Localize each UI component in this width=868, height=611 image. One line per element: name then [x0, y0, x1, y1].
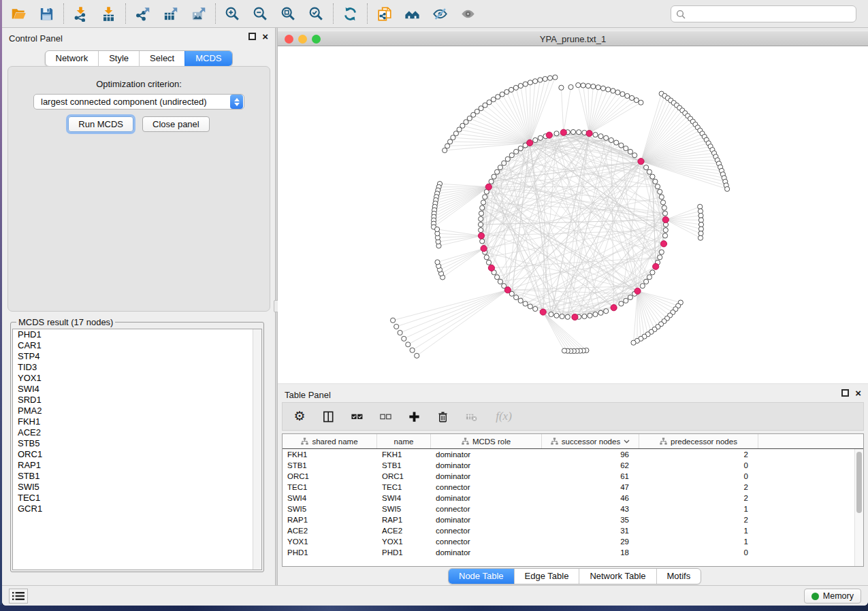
- column-header-predecessor-nodes[interactable]: predecessor nodes: [639, 434, 758, 448]
- cell-shared-name[interactable]: STB1: [283, 461, 377, 469]
- mcds-result-item[interactable]: FKH1: [13, 416, 261, 427]
- node-table-body[interactable]: FKH1FKH1dominator962STB1STB1dominator620…: [283, 449, 854, 566]
- cell-shared-name[interactable]: RAP1: [283, 516, 377, 524]
- memory-button[interactable]: Memory: [804, 589, 861, 604]
- cell-predecessor-nodes[interactable]: 2: [639, 450, 758, 459]
- tab-motifs[interactable]: Motifs: [656, 569, 701, 584]
- cell-shared-name[interactable]: YOX1: [283, 538, 377, 546]
- criterion-dropdown[interactable]: largest connected component (undirected): [33, 94, 244, 110]
- cell-successor-nodes[interactable]: 62: [542, 461, 639, 469]
- cell-name[interactable]: SWI5: [377, 505, 431, 513]
- mcds-result-item[interactable]: CAR1: [13, 340, 261, 351]
- mcds-result-item[interactable]: STP4: [13, 351, 261, 362]
- table-row[interactable]: TEC1TEC1connector472: [283, 482, 854, 493]
- cell-shared-name[interactable]: SWI5: [283, 505, 377, 513]
- table-scrollbar-thumb[interactable]: [856, 452, 862, 513]
- tab-node-table[interactable]: Node Table: [449, 569, 514, 584]
- cell-shared-name[interactable]: PHD1: [283, 548, 377, 557]
- cell-name[interactable]: ORC1: [377, 472, 431, 480]
- cell-MCDS-role[interactable]: dominator: [431, 450, 542, 459]
- column-header-successor-nodes[interactable]: successor nodes: [542, 434, 639, 448]
- cell-MCDS-role[interactable]: connector: [431, 483, 542, 491]
- cell-shared-name[interactable]: SWI4: [283, 494, 377, 502]
- export-table-button[interactable]: [157, 2, 184, 25]
- zoom-out-button[interactable]: [246, 2, 274, 25]
- cell-predecessor-nodes[interactable]: 0: [639, 548, 758, 557]
- import-table-button[interactable]: [95, 2, 123, 25]
- mcds-result-item[interactable]: STB5: [13, 438, 261, 449]
- network-canvas[interactable]: [278, 46, 868, 383]
- cell-predecessor-nodes[interactable]: 0: [639, 461, 758, 469]
- cell-predecessor-nodes[interactable]: 1: [639, 527, 758, 535]
- column-header-shared-name[interactable]: shared name: [283, 434, 377, 448]
- duplicate-network-button[interactable]: [370, 2, 398, 25]
- close-table-panel-button[interactable]: ×: [855, 389, 861, 397]
- cell-predecessor-nodes[interactable]: 2: [639, 516, 758, 524]
- mcds-list-scrollbar[interactable]: [253, 329, 261, 569]
- show-columns-button[interactable]: [321, 409, 336, 424]
- cell-name[interactable]: RAP1: [377, 516, 431, 524]
- table-settings-button[interactable]: ⚙: [292, 409, 307, 424]
- save-session-button[interactable]: [33, 2, 61, 25]
- cell-successor-nodes[interactable]: 35: [542, 516, 639, 524]
- cell-MCDS-role[interactable]: dominator: [431, 472, 542, 480]
- table-row[interactable]: RAP1RAP1dominator352: [283, 514, 854, 525]
- mcds-result-item[interactable]: RAP1: [13, 460, 261, 471]
- mcds-result-item[interactable]: ORC1: [13, 449, 261, 460]
- cell-MCDS-role[interactable]: dominator: [431, 548, 542, 557]
- cell-name[interactable]: PHD1: [377, 548, 431, 557]
- cell-successor-nodes[interactable]: 47: [542, 483, 639, 491]
- table-row[interactable]: SWI4SWI4dominator462: [283, 493, 854, 503]
- mcds-result-item[interactable]: YOX1: [13, 373, 261, 384]
- cell-shared-name[interactable]: FKH1: [283, 450, 377, 459]
- cell-predecessor-nodes[interactable]: 0: [639, 472, 758, 480]
- table-row[interactable]: ACE2ACE2connector311: [283, 525, 854, 536]
- mcds-result-list[interactable]: PHD1CAR1STP4TID3YOX1SWI4SRD1PMA2FKH1ACE2…: [12, 329, 262, 570]
- cell-MCDS-role[interactable]: dominator: [431, 494, 542, 502]
- cell-predecessor-nodes[interactable]: 1: [639, 538, 758, 546]
- table-row[interactable]: STB1STB1dominator620: [283, 460, 854, 471]
- run-mcds-button[interactable]: Run MCDS: [68, 116, 133, 132]
- float-panel-button[interactable]: [248, 33, 256, 40]
- zoom-selected-button[interactable]: [302, 2, 330, 25]
- cell-MCDS-role[interactable]: connector: [431, 527, 542, 535]
- refresh-network-button[interactable]: [336, 2, 364, 25]
- cell-name[interactable]: ACE2: [377, 527, 431, 535]
- tab-network[interactable]: Network: [45, 51, 98, 66]
- close-mcds-panel-button[interactable]: Close panel: [142, 116, 210, 132]
- cell-name[interactable]: STB1: [377, 461, 431, 469]
- tab-network-table[interactable]: Network Table: [579, 569, 656, 584]
- cell-MCDS-role[interactable]: connector: [431, 538, 542, 546]
- cell-successor-nodes[interactable]: 43: [542, 505, 639, 513]
- table-row[interactable]: SWI5SWI5connector431: [283, 503, 854, 514]
- cell-name[interactable]: YOX1: [377, 538, 431, 546]
- mcds-result-item[interactable]: ACE2: [13, 427, 261, 438]
- show-display-button[interactable]: [454, 2, 482, 25]
- cell-shared-name[interactable]: ORC1: [283, 472, 377, 480]
- zoom-fit-button[interactable]: [274, 2, 302, 25]
- tab-mcds[interactable]: MCDS: [184, 51, 231, 66]
- cell-MCDS-role[interactable]: connector: [431, 505, 542, 513]
- search-input[interactable]: [689, 10, 856, 19]
- cell-successor-nodes[interactable]: 46: [542, 494, 639, 502]
- tab-select[interactable]: Select: [139, 51, 184, 66]
- cell-MCDS-role[interactable]: dominator: [431, 516, 542, 524]
- mcds-result-item[interactable]: PHD1: [13, 329, 261, 340]
- cell-successor-nodes[interactable]: 29: [542, 538, 639, 546]
- select-all-button[interactable]: [349, 409, 364, 424]
- column-header-MCDS-role[interactable]: MCDS role: [431, 434, 542, 448]
- delete-column-button[interactable]: [435, 409, 450, 424]
- mcds-result-item[interactable]: SWI4: [13, 384, 261, 395]
- home-view-button[interactable]: [398, 2, 426, 25]
- cell-name[interactable]: FKH1: [377, 450, 431, 459]
- table-row[interactable]: PHD1PHD1dominator180: [283, 547, 854, 558]
- network-graph[interactable]: [278, 46, 868, 383]
- table-row[interactable]: FKH1FKH1dominator962: [283, 449, 854, 460]
- mcds-result-item[interactable]: PMA2: [13, 406, 261, 416]
- mcds-result-item[interactable]: SRD1: [13, 395, 261, 406]
- tab-edge-table[interactable]: Edge Table: [514, 569, 579, 584]
- cell-successor-nodes[interactable]: 96: [542, 450, 639, 459]
- deselect-all-button[interactable]: [378, 409, 393, 424]
- export-image-button[interactable]: [184, 2, 212, 25]
- export-network-button[interactable]: [129, 2, 157, 25]
